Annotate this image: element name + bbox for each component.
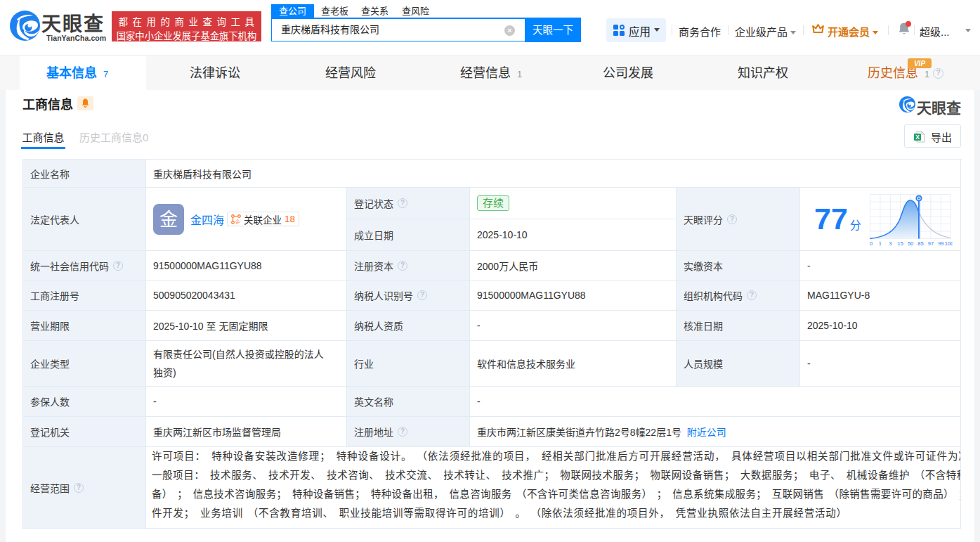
svg-text:VIP: VIP — [914, 60, 925, 67]
svg-text:99: 99 — [938, 240, 943, 247]
svg-text:企: 企 — [235, 218, 241, 224]
svg-text:1: 1 — [879, 240, 882, 247]
svg-text:0: 0 — [870, 240, 873, 247]
svg-text:85: 85 — [917, 240, 923, 247]
svg-text:100: 100 — [945, 240, 953, 247]
svg-text:97: 97 — [928, 240, 934, 247]
svg-text:50: 50 — [908, 240, 913, 247]
svg-text:3: 3 — [889, 240, 891, 247]
svg-text:15: 15 — [898, 240, 903, 247]
svg-text:X: X — [915, 134, 920, 141]
